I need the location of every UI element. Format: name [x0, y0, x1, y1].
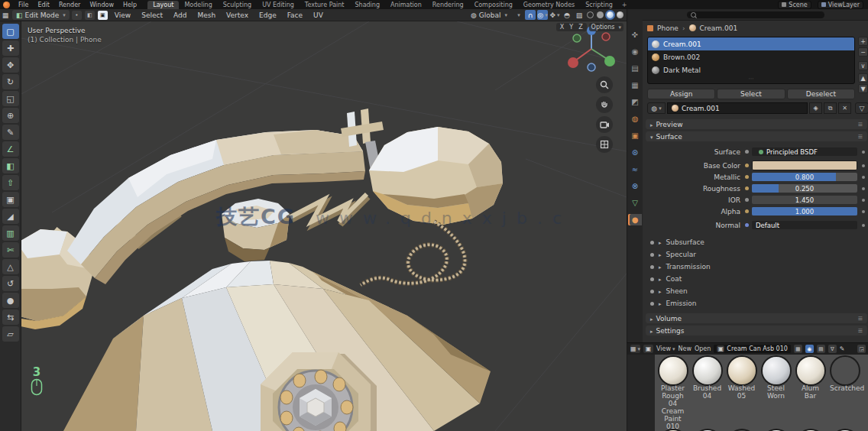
tool-loop-cut[interactable]: ▥	[2, 225, 19, 241]
menu-add[interactable]: Add	[169, 11, 191, 19]
viewport-canvas[interactable]	[21, 21, 627, 431]
pan-hand-button[interactable]	[596, 96, 613, 113]
metallic-slider[interactable]: 0.800	[752, 173, 857, 181]
tab-geometry-nodes[interactable]: Geometry Nodes	[518, 1, 580, 9]
phone-model[interactable]	[21, 109, 503, 431]
new-material-button[interactable]: ⧉	[824, 102, 837, 114]
tab-layout[interactable]: Layout	[147, 1, 179, 9]
snap-target-dropdown[interactable]	[513, 10, 523, 20]
tab-shading[interactable]: Shading	[349, 1, 385, 9]
zoom-button[interactable]	[596, 76, 613, 93]
tool-select-box[interactable]: ▢	[2, 24, 19, 39]
tool-measure[interactable]: ∠	[2, 141, 19, 157]
tab-uv-editing[interactable]: UV Editing	[257, 1, 300, 9]
menu-view[interactable]: View	[110, 11, 135, 19]
tool-add-cube[interactable]: ◧	[2, 158, 19, 173]
tool-transform[interactable]: ⊕	[2, 108, 19, 123]
tool-rotate[interactable]: ↻	[2, 74, 19, 89]
menu-vertex[interactable]: Vertex	[222, 11, 253, 19]
select-mode-vertex[interactable]: •	[72, 11, 82, 20]
editor-type-icon[interactable]: ▦	[630, 345, 640, 353]
unlink-material-button[interactable]: ✕	[838, 102, 851, 114]
grid-view-toggle[interactable]: ▦	[794, 345, 802, 353]
panel-corner-icon[interactable]: ◲	[857, 345, 866, 353]
shading-material-preview-button[interactable]	[607, 11, 614, 18]
view-layer-selector[interactable]: ViewLayer	[818, 1, 863, 9]
slot-specials-button[interactable]: ∨	[858, 61, 868, 70]
preview-view-toggle[interactable]: ◉	[805, 345, 814, 353]
shading-rendered-button[interactable]	[617, 11, 623, 18]
browse-material-button[interactable]: ◍	[647, 102, 666, 114]
ior-slider[interactable]: 1.450	[752, 196, 857, 204]
edit-icon[interactable]: ✎	[840, 345, 845, 352]
animate-dot[interactable]	[862, 151, 865, 154]
volume-section-header[interactable]: Volume☰	[646, 313, 867, 323]
roughness-slider[interactable]: 0.250	[752, 184, 857, 193]
tool-scale[interactable]: ◱	[2, 91, 19, 106]
tab-scripting[interactable]: Scripting	[580, 1, 618, 9]
mode-dropdown[interactable]: ◧Edit Mode	[12, 10, 70, 20]
breadcrumb-material[interactable]: Cream.001	[700, 24, 738, 32]
tool-cursor[interactable]: ✚	[2, 41, 19, 56]
tool-knife[interactable]: ✄	[2, 242, 19, 258]
ptab-scene[interactable]: ◩	[628, 96, 642, 108]
specular-section[interactable]: Specular	[650, 249, 864, 260]
shading-solid-button[interactable]	[597, 11, 604, 18]
add-slot-button[interactable]: +	[858, 37, 868, 46]
shader-select-button[interactable]: Principled BSDF	[752, 147, 857, 156]
camera-view-button[interactable]	[596, 116, 613, 133]
use-nodes-button[interactable]: ▽	[855, 102, 868, 114]
breadcrumb-object[interactable]: Phone	[657, 24, 679, 32]
base-color-swatch[interactable]	[752, 160, 857, 170]
animate-dot[interactable]	[862, 210, 865, 213]
snap-toggle[interactable]: ∩	[525, 10, 536, 20]
properties-search-input[interactable]	[687, 11, 824, 18]
blender-logo-icon[interactable]	[3, 2, 10, 8]
tool-inset-faces[interactable]: ▣	[2, 192, 19, 207]
menu-mesh[interactable]: Mesh	[193, 11, 220, 19]
sheen-section[interactable]: Sheen	[650, 286, 864, 297]
material-thumbnail[interactable]: Steel Worn	[761, 357, 791, 430]
animate-dot[interactable]	[862, 224, 865, 227]
xray-toggle[interactable]: ▨	[574, 10, 585, 20]
assign-button[interactable]: Assign	[647, 89, 715, 99]
surface-section-header[interactable]: Surface☰	[646, 131, 867, 141]
remove-slot-button[interactable]: −	[858, 47, 868, 57]
add-workspace-button[interactable]: +	[618, 1, 631, 9]
menu-file[interactable]: File	[14, 1, 33, 9]
asset-sidebar-strip[interactable]	[627, 355, 655, 431]
tab-animation[interactable]: Animation	[385, 1, 427, 9]
tool-move[interactable]: ✥	[2, 57, 19, 73]
tool-smooth[interactable]: ●	[2, 293, 19, 308]
mirror-y-toggle[interactable]: Y	[568, 24, 575, 31]
asset-datablock-field[interactable]: ▣ Cream Can Asb 010	[714, 345, 791, 353]
slot-move-down-button[interactable]: ▼	[858, 84, 868, 93]
alpha-slider[interactable]: 1.000	[752, 207, 857, 216]
list-resize-grip[interactable]: ⋯	[648, 76, 854, 81]
coat-section[interactable]: Coat	[650, 274, 864, 284]
gizmos-dropdown[interactable]: ✥	[549, 10, 560, 20]
ptab-object[interactable]: ▣	[628, 130, 642, 141]
tool-poly-build[interactable]: △	[2, 259, 19, 274]
scene-selector[interactable]: Scene	[778, 1, 811, 9]
list-view-toggle[interactable]: ▤	[817, 345, 825, 353]
3d-viewport[interactable]: X Y Z Options User Perspective (1) Colle…	[21, 21, 627, 431]
material-thumbnail[interactable]: Alum Bar	[795, 357, 825, 430]
tool-spin[interactable]: ↺	[2, 276, 19, 291]
tab-texture-paint[interactable]: Texture Paint	[300, 1, 350, 9]
mirror-x-toggle[interactable]: X	[559, 24, 565, 31]
tab-compositing[interactable]: Compositing	[469, 1, 518, 9]
material-slot-row[interactable]: Brown.002	[648, 50, 854, 63]
material-thumbnail[interactable]: Plaster Rough 04 Cream Paint 010	[658, 357, 688, 430]
subsurface-section[interactable]: Subsurface	[650, 237, 864, 248]
animate-dot[interactable]	[862, 187, 865, 190]
asset-new-button[interactable]: New	[679, 345, 691, 352]
menu-uv[interactable]: UV	[309, 11, 328, 19]
material-name-field[interactable]: Cream.001	[667, 102, 808, 114]
animate-dot[interactable]	[862, 199, 865, 202]
select-mode-face[interactable]: ▣	[98, 11, 108, 20]
material-thumbnail[interactable]: Scratched	[830, 357, 860, 430]
orthographic-toggle-button[interactable]	[596, 136, 613, 153]
preview-section-header[interactable]: Preview☰	[646, 119, 867, 129]
slot-move-up-button[interactable]: ▲	[858, 73, 868, 83]
